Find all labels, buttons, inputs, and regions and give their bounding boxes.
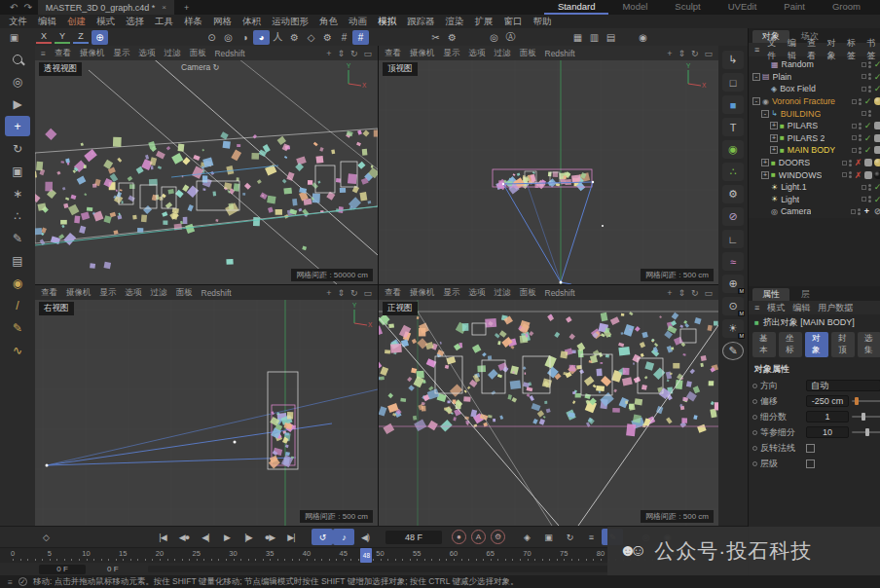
field-icon[interactable]: ⊘ bbox=[722, 207, 744, 226]
phong-tag-icon[interactable] bbox=[874, 146, 880, 154]
layer-chip[interactable] bbox=[862, 111, 866, 116]
coin-stack-tool-icon[interactable]: ◉ bbox=[5, 273, 30, 293]
param-slider[interactable] bbox=[852, 400, 880, 402]
shading-active-icon[interactable]: ◕ bbox=[253, 30, 270, 45]
viewport-top-left[interactable]: ≡查看摄像机显示选项过滤面板Redshift+⇕↻▭YX透视视图Camera ↻… bbox=[35, 46, 378, 284]
viewport-menu-icon[interactable]: ≡ bbox=[41, 49, 46, 58]
primitive-cube-icon[interactable]: ■ bbox=[722, 95, 744, 114]
param-slider[interactable] bbox=[852, 416, 880, 418]
loop-toggle[interactable]: ↺ bbox=[312, 529, 333, 545]
array-icon[interactable]: ∴ bbox=[722, 163, 744, 181]
camera-create-icon[interactable]: ⊙M bbox=[722, 297, 744, 315]
expander-icon[interactable]: - bbox=[761, 110, 769, 118]
phong-tag-icon[interactable] bbox=[874, 122, 880, 129]
toggle-view-icon[interactable]: ▭ bbox=[704, 49, 713, 58]
viewport-canvas-bottom-right[interactable] bbox=[379, 300, 718, 526]
attr-menu-0[interactable]: 模式 bbox=[767, 302, 785, 314]
dolly-icon[interactable]: ⇕ bbox=[337, 49, 345, 58]
editor-dot[interactable] bbox=[868, 196, 871, 199]
layout-tab-paint[interactable]: Paint bbox=[770, 0, 819, 15]
pen-tool-icon[interactable]: / bbox=[5, 295, 30, 315]
menu-10[interactable]: 角色 bbox=[319, 16, 338, 28]
goto-start-button[interactable]: |◀ bbox=[152, 529, 173, 545]
viewport-menu-3[interactable]: 选项 bbox=[126, 287, 142, 299]
viewport-menu-0[interactable]: 查看 bbox=[41, 287, 57, 299]
grid-icon[interactable]: # bbox=[336, 30, 352, 45]
dolly-icon[interactable]: ⇕ bbox=[678, 49, 685, 58]
axis-z-toggle[interactable]: Z bbox=[73, 30, 89, 44]
layer-chip[interactable] bbox=[852, 148, 857, 153]
render-dot[interactable] bbox=[849, 175, 852, 178]
brush-tool-icon[interactable]: ✎ bbox=[5, 317, 30, 338]
orbit-icon[interactable]: ↻ bbox=[691, 288, 699, 298]
layout-tab-uvedit[interactable]: UVEdit bbox=[715, 0, 771, 15]
render-dot[interactable] bbox=[849, 164, 852, 166]
editor-dot[interactable] bbox=[859, 134, 862, 137]
layout-window-icon[interactable]: ▣ bbox=[6, 30, 22, 45]
layer-chip[interactable] bbox=[842, 161, 847, 165]
layer-chip[interactable] bbox=[862, 197, 866, 202]
layer-chip[interactable] bbox=[862, 87, 866, 92]
asset-tool-icon[interactable]: ▤ bbox=[5, 250, 30, 271]
record-button[interactable]: ● bbox=[452, 530, 466, 544]
search-tool-icon[interactable] bbox=[5, 49, 30, 69]
viewport-menu-0[interactable]: 查看 bbox=[385, 48, 401, 59]
viewport-menu-6[interactable]: Redshift bbox=[214, 49, 244, 58]
layout-tab-standard[interactable]: Standard bbox=[544, 0, 609, 15]
viewport-menu-1[interactable]: 摄像机 bbox=[410, 48, 435, 59]
tree-row-building[interactable]: -↳BUILDING bbox=[749, 107, 880, 120]
expander-icon[interactable]: + bbox=[770, 122, 778, 129]
tool-gear-icon[interactable]: ⚙ bbox=[444, 30, 460, 45]
disabled-x-icon[interactable]: ✗ bbox=[854, 170, 862, 180]
menu-4[interactable]: 选择 bbox=[126, 16, 144, 28]
attr-menu-icon[interactable]: ≡ bbox=[754, 303, 759, 312]
speaker-toggle[interactable]: ◀) bbox=[354, 529, 376, 545]
editor-dot[interactable] bbox=[859, 98, 862, 101]
attr-tab-0[interactable]: 属性 bbox=[752, 288, 789, 301]
visibility-dots[interactable] bbox=[868, 61, 871, 68]
menu-11[interactable]: 动画 bbox=[348, 16, 367, 28]
spline-smooth-tool-icon[interactable]: ∿ bbox=[5, 340, 30, 360]
editor-dot[interactable] bbox=[849, 160, 852, 163]
key-rotation[interactable]: ↻ bbox=[559, 529, 580, 545]
axis-lock-toggle[interactable]: ⊕ bbox=[92, 30, 108, 45]
visibility-dots[interactable] bbox=[849, 171, 852, 178]
param-value-field[interactable]: 10 bbox=[806, 426, 849, 438]
viewport-menu-0[interactable]: 查看 bbox=[55, 48, 71, 59]
enabled-check-icon[interactable]: ✓ bbox=[863, 121, 872, 130]
editor-dot[interactable] bbox=[858, 208, 861, 211]
interactive-render-icon[interactable]: ◉ bbox=[635, 30, 651, 45]
snap-icon[interactable]: ⊙ bbox=[203, 30, 220, 45]
layer-chip[interactable] bbox=[862, 74, 866, 79]
pan-icon[interactable]: + bbox=[667, 288, 672, 298]
dolly-icon[interactable]: ⇕ bbox=[337, 288, 345, 298]
tree-row-main-body[interactable]: +■MAIN BODY✓ bbox=[749, 144, 880, 157]
menu-5[interactable]: 工具 bbox=[155, 16, 173, 28]
tree-row-camera[interactable]: ◎Camera+⊘ bbox=[749, 205, 880, 218]
expander-icon[interactable]: + bbox=[770, 146, 778, 154]
visibility-dots[interactable] bbox=[858, 208, 861, 215]
viewport-menu-1[interactable]: 摄像机 bbox=[80, 48, 105, 59]
visibility-dots[interactable] bbox=[868, 110, 871, 117]
visibility-dots[interactable] bbox=[849, 160, 852, 166]
rotate-tool-icon[interactable]: ↻ bbox=[5, 138, 30, 159]
orbit-icon[interactable]: ↻ bbox=[691, 49, 699, 58]
render-dot[interactable] bbox=[868, 114, 871, 117]
viewport-menu-3[interactable]: 选项 bbox=[469, 287, 486, 299]
menu-13[interactable]: 跟踪器 bbox=[407, 16, 435, 28]
light-create-icon[interactable]: ☀M bbox=[722, 319, 744, 338]
viewport-menu-0[interactable]: 查看 bbox=[385, 287, 401, 299]
visibility-dots[interactable] bbox=[859, 98, 862, 105]
play-button[interactable]: ▶ bbox=[216, 529, 238, 545]
menu-7[interactable]: 网格 bbox=[213, 16, 232, 28]
render-dot[interactable] bbox=[868, 90, 871, 92]
tree-row-light-1[interactable]: ☀Light.1✓ bbox=[749, 181, 880, 194]
visibility-dots[interactable] bbox=[859, 123, 862, 129]
render-settings-icon[interactable]: ▤ bbox=[603, 30, 619, 45]
attr-menu-2[interactable]: 用户数据 bbox=[818, 302, 853, 314]
target-icon[interactable]: ◎ bbox=[486, 30, 502, 45]
viewport-menu-4[interactable]: 过滤 bbox=[151, 287, 167, 299]
enabled-check-icon[interactable]: ✓ bbox=[863, 145, 872, 155]
layer-chip[interactable] bbox=[852, 124, 857, 129]
enabled-check-icon[interactable]: ✓ bbox=[863, 96, 872, 106]
